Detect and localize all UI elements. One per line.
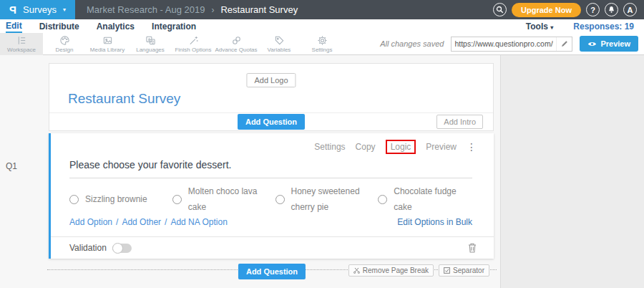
edit-url-button[interactable] (556, 37, 572, 51)
tab-distribute[interactable]: Distribute (39, 19, 79, 33)
finish-options-wand-icon (188, 35, 199, 46)
tab-analytics[interactable]: Analytics (97, 19, 135, 33)
notifications-button[interactable] (605, 3, 618, 16)
chevron-down-icon: ▾ (63, 6, 66, 13)
tabrow-right: Tools ▾ Responses: 19 (526, 21, 644, 32)
checkbox-checked-icon (444, 267, 450, 274)
question-actions: Settings Copy Logic Preview ⋮ (314, 140, 477, 154)
preview-button[interactable]: Preview (580, 36, 638, 52)
responses-count[interactable]: Responses: 19 (573, 21, 634, 32)
answer-option-2[interactable]: Molten choco lava cake (172, 183, 275, 215)
answer-option-4[interactable]: Chocolate fudge cake (378, 183, 481, 215)
survey-url-box (451, 37, 572, 52)
question-settings-link[interactable]: Settings (314, 142, 345, 152)
advance-quotas-chain-icon (231, 35, 242, 46)
question-card: Settings Copy Logic Preview ⋮ Please cho… (49, 133, 494, 259)
kebab-menu-icon[interactable]: ⋮ (467, 142, 477, 152)
variables-tag-icon (274, 35, 285, 46)
question-preview-link[interactable]: Preview (426, 142, 457, 152)
breadcrumb: Market Research - Aug 2019 › Restaurant … (87, 4, 298, 15)
toolbar-item-variables[interactable]: Variables (258, 33, 301, 55)
media-library-image-icon (102, 35, 113, 46)
add-intro-button[interactable]: Add Intro (436, 115, 483, 129)
radio-button-icon[interactable] (172, 195, 182, 204)
help-button[interactable]: ? (586, 3, 600, 16)
page-break-controls: Remove Page Break Separator (348, 264, 489, 277)
add-other-link[interactable]: Add Other (122, 217, 161, 227)
design-palette-icon (59, 35, 70, 46)
toolbar-item-settings[interactable]: Settings (301, 33, 343, 55)
settings-gear-icon (317, 35, 328, 46)
survey-url-input[interactable] (452, 39, 556, 48)
page-break-strip: Add Question Remove Page Break Separator (47, 263, 497, 277)
breadcrumb-current: Restaurant Survey (220, 4, 298, 15)
account-button[interactable]: A (623, 3, 637, 16)
toolbar-item-advance-quotas[interactable]: Advance Quotas (215, 33, 258, 55)
edit-options-in-bulk-link[interactable]: Edit Options in Bulk (397, 217, 472, 227)
chevron-down-icon: ▾ (550, 24, 553, 31)
survey-header-card: Add Logo Restaurant Survey Add Question … (49, 63, 494, 131)
scissors-icon (353, 267, 360, 274)
validation-label: Validation (69, 243, 107, 253)
tab-edit[interactable]: Edit (6, 19, 22, 33)
validation-toggle[interactable] (112, 244, 132, 253)
notifications-bell-icon (608, 6, 615, 14)
add-option-links: Add Option / Add Other / Add NA Option (69, 217, 228, 227)
question-text[interactable]: Please choose your favorite dessert. (69, 159, 472, 178)
surveys-menu[interactable]: P Surveys ▾ (0, 0, 75, 19)
avatar: A (628, 6, 633, 14)
help-icon: ? (590, 6, 595, 14)
toolbar-item-media-library[interactable]: Media Library (86, 33, 129, 55)
search-button[interactable] (493, 3, 507, 16)
radio-button-icon[interactable] (275, 195, 285, 204)
question-footer: Validation (51, 236, 494, 259)
surveys-menu-label: Surveys (23, 4, 57, 15)
pencil-icon (561, 40, 568, 47)
radio-button-icon[interactable] (378, 195, 387, 204)
tab-row: Edit Distribute Analytics Integration To… (0, 19, 644, 33)
answer-option-3[interactable]: Honey sweetened cherry pie (275, 183, 379, 215)
toolbar-item-workspace[interactable]: Workspace (0, 33, 43, 55)
remove-page-break-button[interactable]: Remove Page Break (348, 264, 434, 277)
link-separator: / (116, 217, 118, 227)
add-question-button-top[interactable]: Add Question (238, 114, 305, 130)
add-na-option-link[interactable]: Add NA Option (170, 217, 227, 227)
languages-translate-icon (145, 35, 156, 46)
separator-toggle[interactable]: Separator (439, 264, 489, 277)
delete-question-button[interactable] (468, 243, 477, 253)
survey-title[interactable]: Restaurant Survey (68, 91, 180, 107)
save-status: All changes saved (380, 39, 444, 48)
survey-toolbar: Workspace Design Media Library Languages… (0, 33, 644, 55)
trash-icon (468, 243, 477, 253)
breadcrumb-separator-icon: › (211, 5, 214, 15)
toggle-knob (112, 243, 123, 254)
toolbar-item-finish-options[interactable]: Finish Options (172, 33, 215, 55)
search-icon (496, 6, 504, 14)
add-logo-button[interactable]: Add Logo (246, 73, 296, 87)
top-bar: P Surveys ▾ Market Research - Aug 2019 ›… (0, 0, 644, 19)
breadcrumb-parent[interactable]: Market Research - Aug 2019 (87, 4, 205, 15)
topbar-actions: Upgrade Now ? A (493, 3, 644, 17)
toolbar-item-languages[interactable]: Languages (129, 33, 172, 55)
eye-icon (587, 41, 597, 47)
answer-option-1[interactable]: Sizzling brownie (69, 183, 172, 215)
workspace-list-icon (16, 35, 27, 46)
upgrade-now-button[interactable]: Upgrade Now (512, 3, 581, 17)
tab-integration[interactable]: Integration (152, 19, 196, 33)
answer-options: Sizzling brownie Molten choco lava cake … (69, 183, 481, 215)
questionpro-logo: P (9, 4, 16, 16)
radio-button-icon[interactable] (69, 195, 79, 204)
add-option-link[interactable]: Add Option (69, 217, 112, 227)
toolbar-right: All changes saved Preview (380, 36, 644, 52)
link-separator: / (165, 217, 167, 227)
tools-menu[interactable]: Tools ▾ (526, 21, 553, 32)
add-question-button-bottom[interactable]: Add Question (238, 264, 306, 279)
toolbar-item-design[interactable]: Design (43, 33, 86, 55)
question-logic-link[interactable]: Logic (386, 140, 416, 154)
question-copy-link[interactable]: Copy (356, 142, 376, 152)
option-links-row: Add Option / Add Other / Add NA Option E… (69, 217, 472, 227)
header-card-footer: Add Question Add Intro (49, 112, 493, 130)
question-number: Q1 (6, 161, 17, 171)
